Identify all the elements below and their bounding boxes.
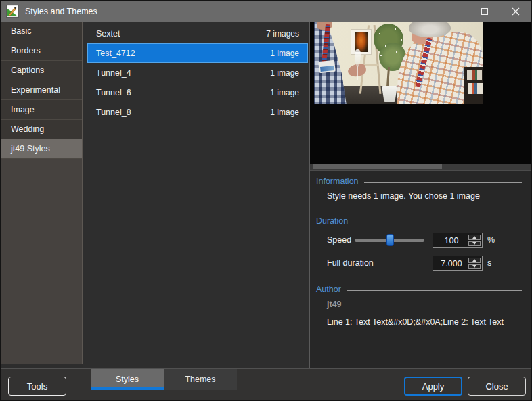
scrollbar-thumb[interactable] <box>313 164 442 169</box>
style-name: Sextet <box>96 29 266 39</box>
arrow-down-icon <box>472 242 476 245</box>
arrow-up-icon <box>472 259 476 262</box>
photo-badge <box>318 60 336 73</box>
category-sidebar: Basic Borders Captions Experimental Imag… <box>1 22 83 364</box>
tab-styles-label: Styles <box>116 375 139 384</box>
titlebar: Styles and Themes <box>1 1 531 22</box>
minimize-icon <box>450 11 458 11</box>
style-name: Tunnel_6 <box>96 88 270 97</box>
photo-plant-pot <box>382 86 397 102</box>
sidebar-item-basic[interactable]: Basic <box>1 22 82 41</box>
arrow-down-icon <box>472 265 476 268</box>
author-name: jt49 <box>327 300 342 309</box>
style-row-test-4712[interactable]: Test_4712 1 image <box>87 43 308 63</box>
speed-increment-button[interactable] <box>468 235 481 240</box>
style-image-count: 1 image <box>270 88 299 97</box>
speed-slider-thumb[interactable] <box>386 234 394 246</box>
style-image-count: 1 image <box>270 49 299 58</box>
photo-badge-image <box>320 66 334 72</box>
sidebar-item-jt49-styles[interactable]: jt49 Styles <box>1 139 82 159</box>
maximize-button[interactable] <box>469 1 500 22</box>
sidebar-item-borders[interactable]: Borders <box>1 41 82 61</box>
preview-separator <box>310 170 532 171</box>
style-image-count: 7 images <box>266 29 299 39</box>
maximize-icon <box>481 8 488 15</box>
style-image-count: 1 image <box>270 68 299 78</box>
section-rule <box>347 290 522 291</box>
section-rule <box>353 222 522 222</box>
full-duration-increment-button[interactable] <box>468 258 481 263</box>
tab-styles[interactable]: Styles <box>91 369 164 390</box>
preview-photo <box>314 22 483 104</box>
tab-themes-label: Themes <box>185 375 215 384</box>
speed-label: Speed <box>327 233 351 248</box>
section-rule <box>364 182 522 183</box>
photo-cards <box>468 83 483 94</box>
photo-cards <box>467 70 482 80</box>
sidebar-item-wedding[interactable]: Wedding <box>1 120 82 139</box>
style-row-tunnel-6[interactable]: Tunnel_6 1 image <box>87 82 308 102</box>
app-icon <box>6 5 19 18</box>
speed-decrement-button[interactable] <box>468 241 481 247</box>
style-list: Sextet 7 images Test_4712 1 image Tunnel… <box>83 22 309 368</box>
full-duration-label: Full duration <box>327 256 374 271</box>
footer-bar: Tools Styles Themes Apply Close <box>1 368 531 401</box>
spin-buttons <box>468 258 481 269</box>
author-section-header: Author <box>316 285 522 294</box>
style-row-tunnel-8[interactable]: Tunnel_8 1 image <box>87 102 308 122</box>
sidebar-item-experimental[interactable]: Experimental <box>1 80 82 100</box>
apply-button[interactable]: Apply <box>404 377 462 396</box>
duration-section-header: Duration <box>316 216 522 226</box>
style-preview-pane <box>310 22 532 164</box>
photo-right-person-hair <box>409 22 451 37</box>
full-duration-spinner <box>433 256 483 271</box>
photo-framed-picture <box>351 29 372 55</box>
window-title: Styles and Themes <box>25 7 97 16</box>
full-duration-decrement-button[interactable] <box>468 264 481 270</box>
speed-unit: % <box>487 233 495 248</box>
style-row-tunnel-4[interactable]: Tunnel_4 1 image <box>87 63 308 82</box>
speed-slider[interactable] <box>355 239 424 242</box>
speed-row: Speed % <box>310 233 532 249</box>
spin-buttons <box>468 235 481 246</box>
style-name: Tunnel_4 <box>96 68 270 78</box>
style-row-sextet[interactable]: Sextet 7 images <box>87 24 308 43</box>
speed-input[interactable] <box>435 235 468 246</box>
information-text: Style needs 1 image. You chose 1 image <box>327 191 480 201</box>
full-duration-unit: s <box>487 256 491 271</box>
minimize-button[interactable] <box>438 1 469 22</box>
style-detail-panel: Information Style needs 1 image. You cho… <box>310 22 532 368</box>
preview-horizontal-scrollbar[interactable] <box>310 164 532 170</box>
information-section-header: Information <box>316 176 522 186</box>
duration-label: Duration <box>316 216 348 226</box>
tab-themes[interactable]: Themes <box>164 369 237 390</box>
close-window-button[interactable] <box>500 1 531 22</box>
information-label: Information <box>316 176 359 186</box>
speed-spinner <box>433 233 483 248</box>
photo-glass-stem <box>357 66 358 80</box>
style-image-count: 1 image <box>270 108 299 117</box>
sidebar-item-captions[interactable]: Captions <box>1 61 82 80</box>
arrow-up-icon <box>472 236 476 239</box>
author-description: Line 1: Text Text&#x0D;&#x0A;Line 2: Tex… <box>327 317 504 327</box>
tools-button[interactable]: Tools <box>8 377 66 396</box>
styles-and-themes-dialog: Styles and Themes Basic Borders Captions… <box>0 0 532 401</box>
style-name: Tunnel_8 <box>96 108 270 117</box>
author-label: Author <box>316 285 341 294</box>
full-duration-row: Full duration s <box>310 256 532 272</box>
close-icon <box>512 7 520 16</box>
sidebar-item-image[interactable]: Image <box>1 100 82 120</box>
full-duration-input[interactable] <box>435 258 468 269</box>
active-tab-indicator <box>91 387 164 390</box>
window-controls <box>438 1 531 22</box>
style-name: Test_4712 <box>96 49 270 58</box>
photo-plant-trunk <box>386 67 390 87</box>
close-button[interactable]: Close <box>468 377 526 396</box>
